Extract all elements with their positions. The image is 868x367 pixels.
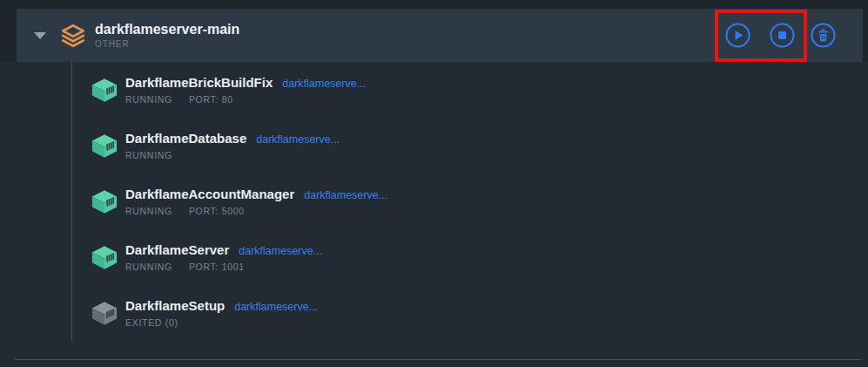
container-name: DarkflameSetup bbox=[125, 298, 225, 313]
start-stack-button[interactable] bbox=[725, 23, 750, 48]
stack-header-text: darkflameserver-main OTHER bbox=[95, 22, 239, 50]
container-row[interactable]: DarkflameAccountManager darkflameserve..… bbox=[0, 183, 868, 239]
container-status: RUNNING bbox=[125, 150, 172, 160]
container-cube-icon bbox=[91, 133, 118, 159]
container-status: EXITED (0) bbox=[125, 317, 178, 328]
container-cube-icon bbox=[91, 78, 118, 103]
container-cube-icon-exited bbox=[91, 301, 118, 326]
app-window: darkflameserver-main OTHER bbox=[0, 0, 868, 367]
container-name: DarkflameBrickBuildFix bbox=[125, 75, 273, 90]
container-name: DarkflameDatabase bbox=[125, 131, 246, 146]
container-port: PORT: 1001 bbox=[189, 262, 245, 272]
chevron-down-icon[interactable] bbox=[34, 32, 46, 39]
container-row[interactable]: DarkflameSetup darkflameserve... EXITED … bbox=[0, 295, 868, 350]
container-port: PORT: 5000 bbox=[189, 206, 245, 216]
container-row[interactable]: DarkflameServer darkflameserve... RUNNIN… bbox=[0, 239, 868, 295]
container-name: DarkflameAccountManager bbox=[125, 187, 294, 201]
container-row[interactable]: DarkflameBrickBuildFix darkflameserve...… bbox=[0, 71, 868, 127]
container-cube-icon bbox=[91, 245, 118, 270]
delete-stack-button[interactable] bbox=[811, 23, 836, 48]
stack-header[interactable]: darkflameserver-main OTHER bbox=[17, 9, 863, 62]
stop-stack-button[interactable] bbox=[770, 23, 795, 48]
container-status: RUNNING bbox=[125, 94, 172, 105]
container-port: PORT: 80 bbox=[189, 94, 233, 105]
container-rows: DarkflameBrickBuildFix darkflameserve...… bbox=[0, 71, 868, 350]
container-name: DarkflameServer bbox=[125, 242, 229, 257]
container-row[interactable]: DarkflameDatabase darkflameserve... RUNN… bbox=[0, 127, 868, 183]
container-stack-link[interactable]: darkflameserve... bbox=[304, 189, 387, 201]
container-stack-link[interactable]: darkflameserve... bbox=[256, 133, 340, 146]
container-stack-link[interactable]: darkflameserve... bbox=[234, 301, 318, 313]
container-stack-link[interactable]: darkflameserve... bbox=[282, 78, 366, 90]
stack-title: darkflameserver-main bbox=[95, 22, 239, 37]
container-stack-link[interactable]: darkflameserve... bbox=[239, 245, 322, 257]
container-cube-icon bbox=[91, 189, 118, 214]
stack-subtitle: OTHER bbox=[95, 39, 239, 49]
bottom-divider bbox=[15, 359, 861, 360]
container-status: RUNNING bbox=[125, 206, 172, 216]
container-status: RUNNING bbox=[125, 262, 172, 272]
layers-stack-icon bbox=[61, 24, 85, 48]
